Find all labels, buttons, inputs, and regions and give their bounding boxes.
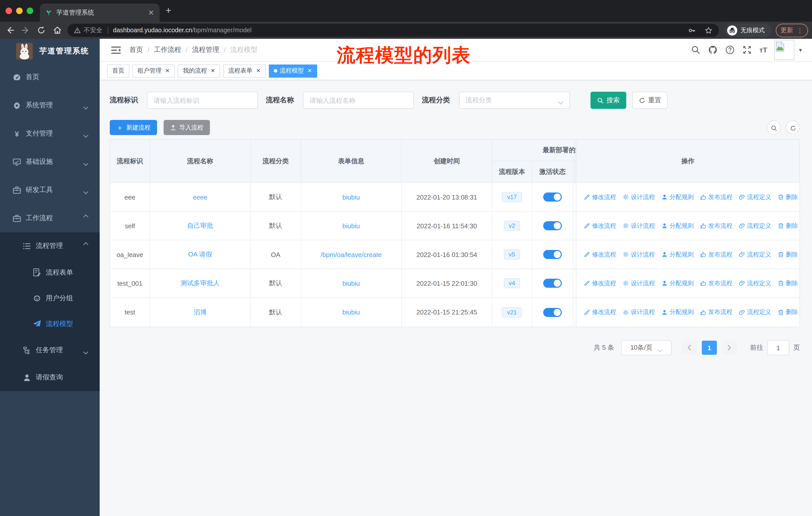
- action-process-definition[interactable]: 流程定义: [739, 308, 771, 317]
- page-size-select[interactable]: 10条/页: [621, 340, 671, 355]
- user-avatar[interactable]: [774, 40, 794, 60]
- browser-tab[interactable]: 芋道管理系统 ✕: [40, 3, 160, 22]
- active-toggle[interactable]: [543, 192, 562, 201]
- action-publish-process[interactable]: 发布流程: [700, 308, 732, 317]
- sidebar-item-2[interactable]: ¥支付管理: [0, 119, 100, 147]
- process-name-link[interactable]: 滔博: [194, 308, 207, 317]
- form-info-link[interactable]: biubiu: [342, 308, 360, 316]
- breadcrumb-item-2[interactable]: 流程管理: [192, 45, 219, 54]
- active-toggle[interactable]: [543, 279, 562, 288]
- help-icon[interactable]: [725, 45, 734, 54]
- process-name-link[interactable]: 测试多审批人: [180, 279, 220, 288]
- version-badge[interactable]: v2: [504, 221, 520, 231]
- action-edit-process[interactable]: 修改流程: [584, 221, 616, 230]
- sidebar-logo[interactable]: 芋道管理系统: [0, 39, 100, 63]
- refresh-table-button[interactable]: [786, 120, 800, 135]
- sidebar-item-8[interactable]: 用户分组: [0, 285, 100, 311]
- key-icon[interactable]: [688, 26, 696, 34]
- version-badge[interactable]: v4: [504, 278, 520, 288]
- process-name-link[interactable]: OA 请假: [188, 250, 212, 259]
- prev-page-button[interactable]: [682, 341, 697, 355]
- reset-button[interactable]: 重置: [632, 92, 668, 109]
- bookmark-star-icon[interactable]: [705, 26, 712, 34]
- tag-view-0[interactable]: 首页: [107, 64, 129, 77]
- tag-view-4[interactable]: 流程模型✕: [268, 64, 317, 77]
- font-size-icon[interactable]: ᴛT: [759, 45, 767, 54]
- maximize-window-button[interactable]: [27, 7, 33, 14]
- sidebar-item-4[interactable]: 研发工具: [0, 176, 100, 204]
- active-toggle[interactable]: [543, 221, 562, 230]
- sidebar-collapse-icon[interactable]: [111, 46, 121, 54]
- action-edit-process[interactable]: 修改流程: [584, 308, 616, 317]
- sidebar-item-5[interactable]: 工作流程: [0, 204, 100, 232]
- action-publish-process[interactable]: 发布流程: [700, 221, 732, 230]
- action-publish-process[interactable]: 发布流程: [700, 250, 732, 259]
- version-badge[interactable]: v17: [502, 192, 522, 202]
- next-page-button[interactable]: [722, 341, 737, 355]
- browser-menu-icon[interactable]: ⋮: [796, 27, 803, 34]
- filter-category-select[interactable]: 流程分类: [459, 92, 570, 109]
- action-design-process[interactable]: 设计流程: [623, 221, 655, 230]
- action-design-process[interactable]: 设计流程: [623, 308, 655, 317]
- active-toggle[interactable]: [543, 250, 562, 259]
- action-delete[interactable]: 删除: [778, 250, 798, 259]
- close-window-button[interactable]: [5, 7, 12, 14]
- form-info-link[interactable]: biubiu: [342, 279, 360, 287]
- process-name-link[interactable]: eeee: [193, 193, 207, 201]
- action-delete[interactable]: 删除: [778, 279, 798, 288]
- browser-update-button[interactable]: 更新 ⋮: [776, 24, 808, 37]
- home-icon[interactable]: [53, 26, 62, 35]
- action-edit-process[interactable]: 修改流程: [584, 279, 616, 288]
- tag-close-icon[interactable]: ✕: [307, 68, 312, 74]
- action-assign-rule[interactable]: 分配规则: [662, 250, 694, 259]
- action-design-process[interactable]: 设计流程: [623, 279, 655, 288]
- tag-close-icon[interactable]: ✕: [210, 68, 215, 74]
- action-publish-process[interactable]: 发布流程: [700, 193, 732, 201]
- version-badge[interactable]: v21: [502, 307, 522, 317]
- github-icon[interactable]: [708, 45, 717, 54]
- sidebar-item-6[interactable]: 流程管理: [0, 232, 100, 260]
- filter-id-input[interactable]: [147, 92, 258, 109]
- sidebar-item-9[interactable]: 流程模型: [0, 311, 100, 336]
- sidebar-item-3[interactable]: 基础设施: [0, 147, 100, 176]
- minimize-window-button[interactable]: [16, 7, 23, 14]
- tag-view-3[interactable]: 流程表单✕: [223, 64, 265, 77]
- sidebar-item-7[interactable]: 流程表单: [0, 260, 100, 285]
- tab-close-icon[interactable]: ✕: [148, 9, 154, 16]
- action-publish-process[interactable]: 发布流程: [700, 279, 732, 288]
- action-assign-rule[interactable]: 分配规则: [662, 279, 694, 288]
- tag-close-icon[interactable]: ✕: [256, 68, 261, 74]
- action-process-definition[interactable]: 流程定义: [739, 221, 771, 230]
- version-badge[interactable]: v5: [504, 249, 520, 260]
- action-delete[interactable]: 删除: [778, 221, 798, 230]
- action-process-definition[interactable]: 流程定义: [739, 279, 771, 288]
- form-info-link[interactable]: biubiu: [342, 222, 360, 229]
- fullscreen-icon[interactable]: [742, 45, 751, 54]
- action-assign-rule[interactable]: 分配规则: [662, 193, 694, 201]
- filter-name-input[interactable]: [303, 92, 414, 109]
- show-search-button[interactable]: [767, 120, 781, 135]
- import-process-button[interactable]: 导入流程: [164, 120, 210, 135]
- tag-view-1[interactable]: 租户管理✕: [133, 64, 175, 77]
- action-process-definition[interactable]: 流程定义: [739, 193, 771, 201]
- sidebar-item-0[interactable]: 首页: [0, 63, 100, 91]
- tag-view-2[interactable]: 我的流程✕: [178, 64, 220, 77]
- search-icon[interactable]: [691, 45, 700, 54]
- breadcrumb-item-0[interactable]: 首页: [129, 45, 143, 54]
- action-delete[interactable]: 删除: [778, 308, 798, 317]
- page-1-button[interactable]: 1: [702, 341, 717, 355]
- form-info-link[interactable]: /bpm/oa/leave/create: [321, 251, 382, 258]
- action-design-process[interactable]: 设计流程: [623, 250, 655, 259]
- avatar-caret-icon[interactable]: ▼: [798, 47, 803, 53]
- process-name-link[interactable]: 自己审批: [187, 221, 213, 230]
- create-process-button[interactable]: ＋ 新建流程: [110, 120, 157, 135]
- action-edit-process[interactable]: 修改流程: [584, 193, 616, 201]
- active-toggle[interactable]: [543, 308, 562, 317]
- forward-icon[interactable]: [21, 26, 30, 35]
- breadcrumb-item-1[interactable]: 工作流程: [154, 45, 181, 54]
- action-process-definition[interactable]: 流程定义: [739, 250, 771, 259]
- action-delete[interactable]: 删除: [778, 193, 798, 201]
- back-icon[interactable]: [5, 26, 14, 35]
- reload-icon[interactable]: [37, 26, 46, 35]
- action-assign-rule[interactable]: 分配规则: [662, 308, 694, 317]
